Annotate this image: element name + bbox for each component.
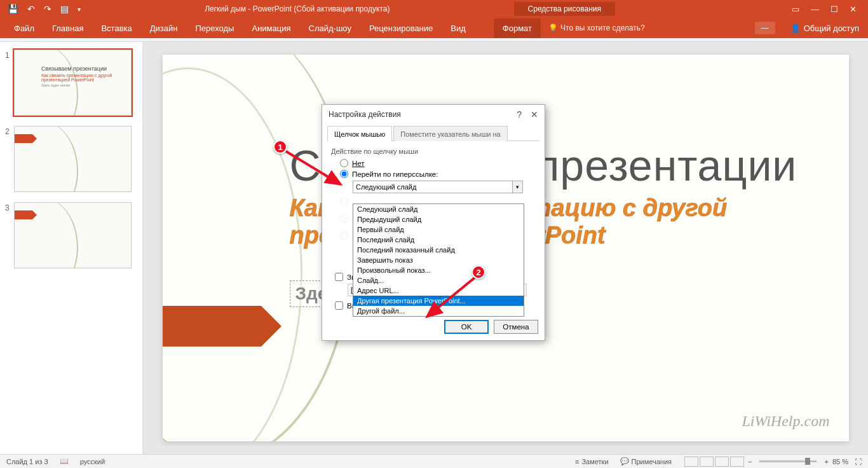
section-label: Действие по щелчку мыши [331,148,536,155]
close-icon[interactable]: ✕ [850,4,857,14]
dialog-tabs: Щелчок мышью Поместите указатель мыши на [327,125,539,141]
thumb-sub2: Здесь будет кнопка [41,83,70,87]
ribbon-tabs: Файл Главная Вставка Дизайн Переходы Ани… [0,18,868,38]
dropdown-option[interactable]: Последний слайд [353,235,524,245]
slide-thumbnail-1[interactable]: Связываем презентации Как связать презен… [14,50,132,116]
status-language[interactable]: русский [80,458,105,465]
dialog-close-icon[interactable]: ✕ [531,109,538,120]
dropdown-option[interactable]: Другой файл... [353,306,524,316]
tab-transitions[interactable]: Переходы [186,18,243,38]
thumb-row[interactable]: 1 Связываем презентации Как связать през… [5,50,137,116]
view-reading-icon[interactable] [715,457,729,467]
dialog-buttons: OK Отмена [322,315,545,340]
title-bar: 💾 ↶ ↷ ▤ ▾ Легкий дым - PowerPoint (Сбой … [0,0,868,18]
status-notes[interactable]: ≡ Заметки [575,458,609,465]
dropdown-option[interactable]: Предыдущий слайд [353,214,524,224]
share-label: Общий доступ [804,24,859,33]
dropdown-option[interactable]: Другая презентация PowerPoint... [353,296,524,306]
callout-1: 1 [273,140,287,154]
ribbon-options-icon[interactable]: ▭ [792,4,799,14]
dropdown-option[interactable]: Произвольный показ... [353,265,524,275]
fit-to-window-icon[interactable]: ⛶ [855,458,862,465]
undo-icon[interactable]: ↶ [27,4,35,14]
account-name[interactable]: — [755,22,775,34]
combo-value: Следующий слайд [356,183,416,191]
tell-me-search[interactable]: 💡 Что вы хотите сделать? [541,24,653,32]
radio-run-macro-input [340,214,348,223]
tell-me-label: Что вы хотите сделать? [560,24,645,32]
radio-none-input[interactable] [340,159,348,167]
slide-thumbnail-3[interactable] [14,202,132,268]
share-icon: 👤 [790,24,801,33]
dialog-titlebar[interactable]: Настройка действия ? ✕ [322,105,545,124]
tab-animations[interactable]: Анимация [243,18,299,38]
minimize-icon[interactable]: — [811,4,819,14]
dropdown-option[interactable]: Завершить показ [353,255,524,265]
status-spellcheck-icon[interactable]: 📖 [60,457,69,465]
tab-home[interactable]: Главная [43,18,92,38]
tab-design[interactable]: Дизайн [141,18,187,38]
dropdown-option[interactable]: Адрес URL... [353,286,524,296]
view-normal-icon[interactable] [684,457,698,467]
tab-insert[interactable]: Вставка [92,18,140,38]
hyperlink-dropdown-list[interactable]: Следующий слайдПредыдущий слайдПервый сл… [353,203,524,317]
status-bar: Слайд 1 из 3 📖 русский ≡ Заметки 💬 Приме… [0,454,868,468]
dropdown-option[interactable]: Слайд... [353,275,524,286]
status-notes-label: Заметки [581,458,608,465]
zoom-slider[interactable] [759,460,817,462]
redo-icon[interactable]: ↷ [44,4,51,14]
thumb-number: 1 [5,50,14,116]
ok-button[interactable]: OK [444,320,489,334]
thumbnail-panel: 1 Связываем презентации Как связать през… [0,42,143,454]
thumb-title: Связываем презентации [41,65,107,72]
cancel-button[interactable]: Отмена [494,320,538,334]
view-slideshow-icon[interactable] [730,457,744,467]
contextual-tab-label: Средства рисования [514,2,615,16]
watermark: LiWiHelp.com [742,413,830,430]
dropdown-option[interactable]: Последний показанный слайд [353,245,524,255]
tab-mouse-click[interactable]: Щелчок мышью [327,126,392,141]
bulb-icon: 💡 [548,24,558,32]
radio-hyperlink-input[interactable] [340,170,348,178]
thumb-row[interactable]: 2 [5,126,137,192]
tab-format[interactable]: Формат [494,18,541,38]
start-slideshow-icon[interactable]: ▤ [60,4,69,14]
status-comments[interactable]: 💬 Примечания [620,457,672,465]
window-controls: ▭ — ☐ ✕ [780,4,868,14]
thumb-number: 2 [5,126,14,192]
maximize-icon[interactable]: ☐ [831,4,838,14]
status-slide-number[interactable]: Слайд 1 из 3 [6,458,48,465]
tab-file[interactable]: Файл [5,18,43,38]
radio-none[interactable]: Нет [340,159,536,167]
dropdown-option[interactable]: Следующий слайд [353,204,524,214]
tab-mouse-over[interactable]: Поместите указатель мыши на [393,126,508,141]
slide-thumbnail-2[interactable] [14,126,132,192]
radio-run-program-input [340,197,348,205]
window-title: Легкий дым - PowerPoint (Сбой активации … [81,4,514,13]
chevron-down-icon[interactable]: ▾ [512,181,522,193]
checkbox-highlight-input[interactable] [335,301,343,310]
checkbox-sound-input[interactable] [335,273,343,281]
hyperlink-combo[interactable]: Следующий слайд ▾ [353,181,523,193]
status-comments-label: Примечания [632,458,672,465]
callout-2: 2 [471,265,485,279]
dialog-title: Настройка действия [329,110,401,119]
save-icon[interactable]: 💾 [8,4,18,14]
dropdown-option[interactable]: Первый слайд [353,224,524,235]
tab-view[interactable]: Вид [442,18,475,38]
tab-slideshow[interactable]: Слайд-шоу [300,18,360,38]
thumb-row[interactable]: 3 [5,202,137,268]
radio-none-label: Нет [352,160,365,167]
slide-arrow-shape[interactable] [163,306,261,347]
radio-hyperlink[interactable]: Перейти по гиперссылке: [340,170,536,178]
tab-review[interactable]: Рецензирование [360,18,442,38]
radio-hyperlink-label: Перейти по гиперссылке: [352,170,438,178]
share-button[interactable]: 👤 Общий доступ [782,24,868,33]
quick-access-toolbar: 💾 ↶ ↷ ▤ ▾ [0,4,81,14]
thumb-number: 3 [5,202,14,268]
thumb-sub: Как связать презентацию с другой презент… [41,73,131,82]
dialog-help-icon[interactable]: ? [517,109,522,120]
view-sorter-icon[interactable] [700,457,714,467]
zoom-value[interactable]: 85 % [832,458,848,465]
radio-object-action-input [340,231,348,240]
